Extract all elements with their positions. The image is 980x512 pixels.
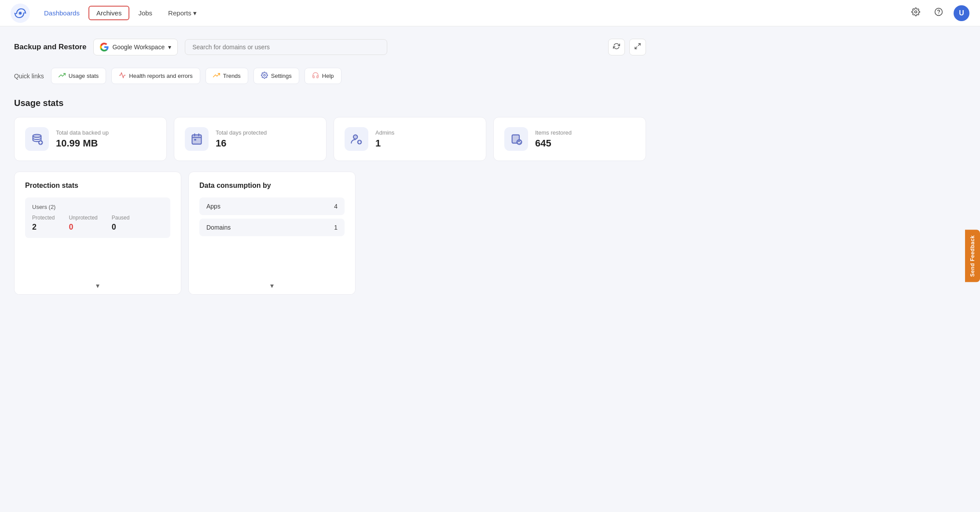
- lower-cards-row: Protection stats Users (2) Protected 2 U…: [14, 172, 646, 295]
- calendar-icon: [191, 133, 203, 145]
- quick-links-label: Quick links: [14, 73, 44, 80]
- quick-link-trends-label: Trends: [223, 73, 241, 79]
- unprotected-value: 0: [69, 223, 97, 232]
- toolbar-action-buttons: [608, 39, 646, 55]
- items-restored-value: 645: [535, 138, 572, 149]
- tab-reports[interactable]: Reports ▾: [161, 7, 204, 20]
- restore-icon: [510, 133, 522, 145]
- data-consumption-expand-chevron[interactable]: ▾: [270, 282, 274, 290]
- svg-point-9: [33, 135, 41, 138]
- stat-card-items-restored: Items restored 645: [493, 117, 646, 161]
- send-feedback-button[interactable]: Send Feedback: [965, 230, 980, 282]
- settings-button[interactable]: [908, 5, 924, 21]
- expand-button[interactable]: [629, 39, 646, 55]
- toolbar-row: Backup and Restore Google Workspace ▾: [14, 39, 646, 55]
- svg-rect-15: [194, 139, 196, 141]
- svg-point-2: [19, 12, 22, 15]
- items-restored-icon-wrap: [504, 127, 528, 151]
- gear-icon: [911, 7, 920, 18]
- svg-point-19: [517, 139, 522, 145]
- refresh-icon: [613, 43, 620, 51]
- quick-link-settings-label: Settings: [271, 73, 292, 79]
- quick-link-trends[interactable]: Trends: [206, 68, 248, 84]
- question-icon: [934, 7, 943, 18]
- quick-link-help-label: Help: [322, 73, 334, 79]
- total-data-info: Total data backed up 10.99 MB: [56, 129, 109, 149]
- help-button[interactable]: [931, 5, 947, 21]
- expand-icon: [634, 43, 641, 51]
- avatar-initial: U: [959, 9, 964, 17]
- days-protected-icon-wrap: [185, 127, 209, 151]
- apps-label: Apps: [206, 203, 220, 210]
- data-consumption-card-fade: ▾: [189, 268, 355, 294]
- nav-right-actions: U: [908, 5, 969, 21]
- domains-label: Domains: [206, 224, 231, 231]
- prot-col-unprotected: Unprotected 0: [69, 215, 97, 232]
- data-consumption-title: Data consumption by: [199, 182, 345, 190]
- quick-links-row: Quick links Usage stats Health reports a…: [14, 68, 646, 84]
- prot-col-protected: Protected 2: [32, 215, 55, 232]
- data-consumption-apps-row: Apps 4: [199, 197, 345, 215]
- protection-stats-card: Protection stats Users (2) Protected 2 U…: [14, 172, 181, 295]
- paused-label: Paused: [112, 215, 130, 221]
- tab-dashboards[interactable]: Dashboards: [37, 7, 87, 19]
- quick-link-usage-stats-label: Usage stats: [69, 73, 99, 79]
- quick-link-help[interactable]: Help: [305, 68, 341, 84]
- admins-label: Admins: [375, 129, 394, 136]
- svg-rect-11: [192, 135, 202, 144]
- quick-link-health-reports[interactable]: Health reports and errors: [111, 68, 200, 84]
- protection-expand-chevron[interactable]: ▾: [96, 282, 99, 290]
- protection-users-label: Users (2): [32, 204, 163, 210]
- items-restored-info: Items restored 645: [535, 129, 572, 149]
- total-data-label: Total data backed up: [56, 129, 109, 136]
- paused-value: 0: [112, 223, 130, 232]
- data-consumption-domains-row: Domains 1: [199, 219, 345, 236]
- domains-value: 1: [334, 224, 338, 231]
- trends-icon: [213, 72, 220, 80]
- refresh-button[interactable]: [608, 39, 625, 55]
- svg-point-16: [353, 135, 357, 139]
- quick-link-settings[interactable]: Settings: [253, 68, 299, 84]
- svg-point-3: [915, 11, 917, 13]
- tab-jobs[interactable]: Jobs: [131, 7, 159, 19]
- help-quick-icon: [312, 72, 319, 80]
- admins-icon-wrap: [345, 127, 368, 151]
- admins-value: 1: [375, 138, 394, 149]
- total-data-value: 10.99 MB: [56, 138, 109, 149]
- days-protected-info: Total days protected 16: [216, 129, 267, 149]
- data-consumption-card: Data consumption by Apps 4 Domains 1 ▾: [188, 172, 356, 295]
- stat-cards-row: Total data backed up 10.99 MB Total: [14, 117, 646, 161]
- google-logo-icon: [100, 43, 109, 51]
- total-data-icon-wrap: [25, 127, 49, 151]
- protected-label: Protected: [32, 215, 55, 221]
- user-avatar[interactable]: U: [954, 5, 969, 21]
- prot-col-paused: Paused 0: [112, 215, 130, 232]
- usage-stats-icon: [59, 72, 66, 80]
- page-title: Backup and Restore: [14, 43, 86, 51]
- protected-value: 2: [32, 223, 55, 232]
- database-icon: [31, 133, 43, 145]
- stat-card-admins: Admins 1: [334, 117, 486, 161]
- main-content: Backup and Restore Google Workspace ▾: [0, 26, 660, 307]
- stat-card-days-protected: Total days protected 16: [174, 117, 327, 161]
- health-reports-icon: [119, 72, 126, 80]
- nav-tabs: Dashboards Archives Jobs Reports ▾: [37, 6, 204, 20]
- section-title-usage-stats: Usage stats: [14, 98, 646, 108]
- protection-columns: Protected 2 Unprotected 0 Paused 0: [32, 215, 163, 232]
- admins-info: Admins 1: [375, 129, 394, 149]
- quick-link-usage-stats[interactable]: Usage stats: [51, 68, 106, 84]
- tab-archives[interactable]: Archives: [88, 6, 130, 20]
- workspace-dropdown[interactable]: Google Workspace ▾: [93, 39, 178, 55]
- reports-label: Reports: [168, 9, 191, 17]
- search-input[interactable]: [185, 39, 387, 55]
- app-logo[interactable]: [11, 4, 30, 23]
- protection-card-fade: ▾: [15, 268, 181, 294]
- protection-stats-title: Protection stats: [25, 182, 170, 190]
- protection-users-box: Users (2) Protected 2 Unprotected 0 Paus…: [25, 197, 170, 238]
- apps-value: 4: [334, 203, 338, 210]
- send-feedback-panel[interactable]: Send Feedback: [965, 230, 980, 282]
- usage-stats-section: Usage stats Total data backed up 10.99 M…: [14, 98, 646, 161]
- items-restored-label: Items restored: [535, 129, 572, 136]
- settings-quick-icon: [261, 72, 268, 80]
- stat-card-total-data: Total data backed up 10.99 MB: [14, 117, 167, 161]
